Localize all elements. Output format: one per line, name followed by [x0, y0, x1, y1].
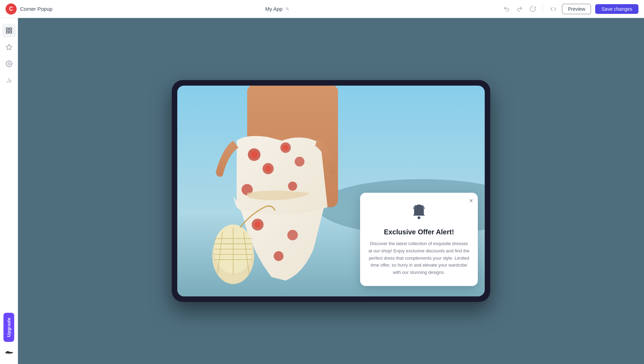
- svg-rect-1: [9, 28, 11, 30]
- restore-button[interactable]: [528, 5, 537, 14]
- popup-description: Discover the latest collection of exquis…: [368, 240, 469, 276]
- svg-point-18: [295, 157, 304, 166]
- edit-app-name-icon[interactable]: ✎: [285, 6, 289, 12]
- upgrade-button[interactable]: Upgrade: [3, 313, 14, 342]
- svg-rect-2: [6, 31, 8, 33]
- code-button[interactable]: [549, 5, 558, 14]
- svg-point-24: [274, 251, 284, 261]
- sidebar-item-analytics[interactable]: [2, 73, 16, 87]
- svg-point-23: [287, 230, 298, 240]
- topbar-right: Preview Save changes: [502, 4, 638, 14]
- svg-point-22: [254, 222, 261, 228]
- sidebar-item-pin[interactable]: [2, 40, 16, 54]
- popup-bell-icon: [410, 202, 428, 224]
- sidebar-item-settings[interactable]: [2, 57, 16, 71]
- device-screen: × Exclusive Offer Alert! Discover: [177, 86, 485, 296]
- sidebar-item-grid[interactable]: [2, 24, 16, 37]
- main-layout: Upgrade: [0, 18, 644, 364]
- svg-rect-3: [9, 31, 11, 33]
- sidebar-item-footer[interactable]: [2, 345, 16, 358]
- svg-rect-0: [6, 28, 8, 30]
- corner-popup: × Exclusive Offer Alert! Discover: [360, 193, 478, 286]
- svg-point-17: [265, 165, 271, 172]
- topbar: C Corner Popup My App ✎ Preview Save cha…: [0, 0, 644, 18]
- sidebar: Upgrade: [0, 18, 18, 364]
- svg-point-13: [251, 151, 258, 158]
- svg-point-4: [8, 63, 10, 65]
- redo-button[interactable]: [515, 5, 524, 14]
- topbar-center: My App ✎: [265, 6, 289, 12]
- popup-title: Exclusive Offer Alert!: [384, 228, 454, 236]
- svg-point-35: [418, 216, 420, 219]
- topbar-left: C Corner Popup: [6, 3, 52, 15]
- save-button[interactable]: Save changes: [595, 4, 638, 14]
- sidebar-top: [2, 24, 16, 87]
- svg-point-20: [288, 182, 297, 191]
- device-frame: × Exclusive Offer Alert! Discover: [172, 80, 490, 302]
- toolbar-divider: [543, 5, 543, 13]
- undo-button[interactable]: [502, 5, 511, 14]
- app-logo: C: [6, 3, 17, 15]
- center-app-name: My App: [265, 6, 283, 12]
- preview-button[interactable]: Preview: [562, 4, 591, 14]
- app-title: Corner Popup: [20, 6, 52, 12]
- canvas-area: × Exclusive Offer Alert! Discover: [18, 18, 644, 364]
- svg-point-15: [283, 145, 288, 150]
- popup-close-button[interactable]: ×: [469, 198, 473, 204]
- sidebar-bottom: Upgrade: [2, 313, 16, 358]
- svg-point-8: [6, 352, 7, 353]
